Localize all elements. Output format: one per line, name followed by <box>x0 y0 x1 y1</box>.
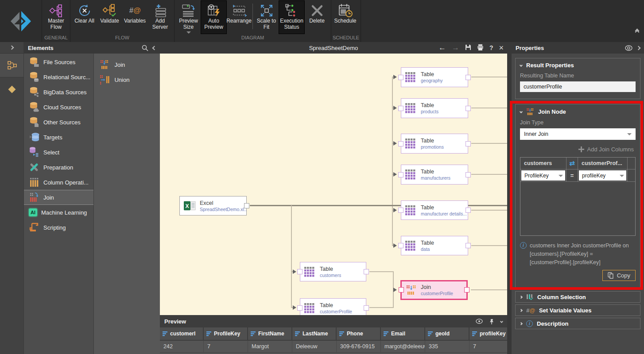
output-port[interactable] <box>364 269 369 274</box>
sidebar-item-targets[interactable]: Targets <box>24 130 93 145</box>
properties-collapse-button[interactable] <box>637 46 640 50</box>
tab-flow-elements[interactable] <box>0 54 23 77</box>
ribbon-collapse-button[interactable] <box>636 29 639 34</box>
output-port[interactable] <box>244 203 249 208</box>
column-header[interactable]: FirstName <box>248 327 292 340</box>
node-table-manufacturers[interactable]: Table manufacturers <box>401 165 468 185</box>
column-header[interactable]: ProfileKey <box>204 327 248 340</box>
column-selection-icon <box>526 293 533 300</box>
node-table-customers[interactable]: Table customers <box>300 262 366 281</box>
node-table-data[interactable]: Table data <box>401 236 468 255</box>
sidebar-item-scripting[interactable]: Scripting <box>24 220 93 235</box>
tab-diamond[interactable] <box>0 77 23 101</box>
input-port[interactable] <box>297 269 303 274</box>
search-icon[interactable] <box>142 45 148 51</box>
schedule-button[interactable]: Schedule <box>333 1 358 34</box>
input-port[interactable] <box>398 208 403 213</box>
right-column-dropdown[interactable]: profileKey <box>579 170 626 181</box>
print-button[interactable] <box>477 44 484 52</box>
left-column-dropdown[interactable]: ProfileKey <box>521 170 565 181</box>
column-header[interactable]: LastName <box>292 327 337 340</box>
forward-button[interactable]: → <box>452 43 459 52</box>
validate-button[interactable]: Validate <box>97 1 122 34</box>
output-port[interactable] <box>466 75 471 80</box>
output-port[interactable] <box>466 141 471 146</box>
panel-collapse-button[interactable] <box>153 46 156 50</box>
sidebar-item-bigdata-sources[interactable]: BigData Sources <box>24 85 93 100</box>
column-header[interactable]: customerI <box>160 327 204 340</box>
execution-status-button[interactable]: Execution Status <box>279 1 304 34</box>
input-port[interactable] <box>398 172 403 177</box>
copy-button[interactable]: Copy <box>602 270 636 281</box>
column-selection-section[interactable]: Column Selection <box>515 291 640 303</box>
node-table-manufacturer-details[interactable]: Table manufacturer details... <box>401 200 468 220</box>
close-flow-button[interactable]: × <box>499 43 504 53</box>
add-join-columns-button[interactable]: Add Join Columns <box>520 146 636 153</box>
table-row[interactable]: 242 7 Margot Deleeuw 309-676-0915 margot… <box>160 340 507 352</box>
result-properties-title-row[interactable]: Result Properties <box>520 62 636 69</box>
sidebar-item-relational-sources[interactable]: Relational Sourc... <box>24 69 93 85</box>
input-port[interactable] <box>398 243 403 248</box>
input-port[interactable] <box>399 287 404 292</box>
column-header[interactable]: Phone <box>337 327 381 340</box>
clear-all-button[interactable]: Clear All <box>72 1 97 34</box>
node-table-promotions[interactable]: Table promotions <box>401 134 468 154</box>
sidebar-item-cloud-sources[interactable]: Cloud Sources <box>24 100 93 115</box>
rearrange-button[interactable]: Rearrange <box>226 1 252 34</box>
add-server-button[interactable]: Add Server <box>147 1 173 34</box>
sidebar-item-file-sources[interactable]: File Sources <box>24 54 93 69</box>
union-palette-icon <box>99 74 110 85</box>
set-variable-values-section[interactable]: #@ Set Variable Values <box>515 304 640 316</box>
sidebar-expand-button[interactable] <box>0 42 23 54</box>
save-button[interactable] <box>465 44 471 52</box>
sidebar-item-machine-learning[interactable]: AI Machine Learning <box>24 205 93 220</box>
node-join-customer-profile[interactable]: Join customerProfile <box>400 280 468 300</box>
column-header[interactable]: Email <box>381 327 425 340</box>
output-port[interactable] <box>466 243 471 248</box>
input-port[interactable] <box>398 106 403 111</box>
input-port[interactable] <box>297 305 303 311</box>
node-table-geography[interactable]: Table geography <box>401 67 468 87</box>
chevron-down-icon[interactable] <box>500 319 503 323</box>
auto-preview-button[interactable]: Auto Preview <box>201 1 226 34</box>
flow-canvas[interactable]: Table geography Table products <box>160 54 507 315</box>
scale-to-fit-button[interactable]: Scale to Fit <box>254 1 279 34</box>
sidebar-item-select[interactable]: Select <box>24 145 93 160</box>
swap-tables-button[interactable]: ⇄ <box>566 158 578 169</box>
output-port[interactable] <box>466 208 471 213</box>
node-table-products[interactable]: Table products <box>401 98 468 118</box>
sidebar-item-join[interactable]: Join <box>24 190 93 205</box>
ribbon-group-diagram-label: DIAGRAM <box>176 35 330 42</box>
output-port[interactable] <box>464 287 469 292</box>
sidebar-item-other-sources[interactable]: Other Sources <box>24 115 93 130</box>
join-type-dropdown[interactable]: Inner Join <box>520 128 636 140</box>
preview-visibility-icon[interactable] <box>476 319 483 324</box>
properties-visibility-button[interactable] <box>625 45 632 51</box>
output-port[interactable] <box>364 305 369 311</box>
node-excel-source[interactable]: X Excel SpreadSheetDemo.xl... <box>179 196 247 215</box>
input-port[interactable] <box>398 141 403 146</box>
back-button[interactable]: ← <box>438 43 446 52</box>
column-header[interactable]: profileKey <box>469 327 507 340</box>
join-node-title-row[interactable]: Join Node <box>520 108 636 115</box>
master-flow-button[interactable]: Master Flow <box>43 1 69 34</box>
node-table-customer-profile[interactable]: Table customerProfile <box>300 298 366 315</box>
delete-button[interactable]: Delete <box>304 1 330 34</box>
node-subtitle: customers <box>320 273 341 278</box>
variables-button[interactable]: #@ Variables <box>122 1 147 34</box>
help-button[interactable]: ? <box>489 44 493 51</box>
resulting-table-name-input[interactable] <box>520 81 636 92</box>
pin-icon[interactable] <box>489 319 494 324</box>
ribbon-subseparator <box>252 4 253 29</box>
description-section[interactable]: i Description <box>515 318 640 329</box>
output-port[interactable] <box>466 106 471 111</box>
sidebar-item-preparation[interactable]: Preparation <box>24 160 93 175</box>
chevron-right-icon <box>520 322 523 325</box>
column-header[interactable]: geoId <box>425 327 469 340</box>
input-port[interactable] <box>398 75 403 80</box>
preview-size-button[interactable]: Preview Size <box>176 1 201 34</box>
output-port[interactable] <box>466 172 471 177</box>
sidebar-item-column-operations[interactable]: Column Operati... <box>24 175 93 190</box>
palette-item-join[interactable]: Join <box>94 57 160 72</box>
palette-item-union[interactable]: Union <box>94 72 160 87</box>
